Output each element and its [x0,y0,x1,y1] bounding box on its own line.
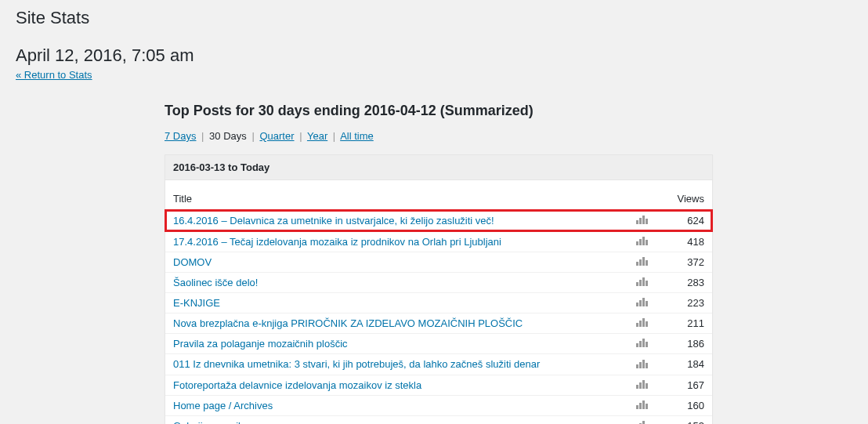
svg-rect-7 [646,240,648,245]
range-7days-link[interactable]: 7 Days [165,130,196,142]
table-row: Šaolinec išče delo!283 [165,273,712,293]
svg-rect-42 [642,421,645,424]
views-value: 186 [657,338,704,350]
range-alltime-link[interactable]: All time [340,130,374,142]
post-title-link[interactable]: DOMOV [173,256,212,268]
section-title: Top Posts for 30 days ending 2016-04-12 … [165,103,713,119]
post-title-link[interactable]: 17.4.2016 – Tečaj izdelovanja mozaika iz… [173,236,501,248]
svg-rect-2 [642,216,645,224]
svg-rect-3 [646,219,648,224]
svg-rect-12 [636,282,638,286]
bar-chart-icon[interactable] [635,419,648,424]
bar-chart-icon[interactable] [635,399,648,412]
svg-rect-38 [642,400,645,409]
table-header-row: Title Views [165,188,712,210]
table-row: Pravila za polaganje mozaičnih ploščic18… [165,334,712,354]
svg-rect-14 [642,277,645,286]
views-value: 372 [657,256,704,268]
bar-chart-icon[interactable] [635,296,648,310]
views-value: 223 [657,297,704,309]
views-value: 418 [657,236,704,248]
bar-chart-icon[interactable] [635,317,648,330]
page-title: Site Stats [16,8,852,28]
svg-rect-20 [636,323,638,327]
svg-rect-9 [639,259,642,266]
svg-rect-19 [646,301,648,306]
svg-rect-32 [636,385,638,389]
separator: | [201,130,204,142]
table-row: Home page / Archives160 [165,396,712,416]
table-row: E-KNJIGE223 [165,293,712,313]
post-title-link[interactable]: Home page / Archives [173,400,273,411]
table-row: 011 Iz dnevnika umetnika: 3 stvari, ki j… [165,354,712,375]
range-quarter-link[interactable]: Quarter [259,130,294,142]
separator: | [333,130,335,142]
post-title-link[interactable]: Nova brezplačna e-knjiga PRIROČNIK ZA IZ… [173,317,523,329]
svg-rect-15 [646,281,648,286]
svg-rect-18 [642,298,645,306]
column-header-views: Views [657,193,704,205]
column-header-icon-spacer [626,193,657,205]
svg-rect-27 [646,342,648,347]
table-row: Fotoreportaža delavnice izdelovanja moza… [165,375,712,396]
range-year-link[interactable]: Year [307,130,327,142]
bar-chart-icon[interactable] [635,337,648,350]
post-title-link[interactable]: Pravila za polaganje mozaičnih ploščic [173,338,348,350]
svg-rect-11 [646,260,648,266]
bar-chart-icon[interactable] [635,214,648,227]
svg-rect-21 [639,321,642,327]
page-container: Site Stats April 12, 2016, 7:05 am « Ret… [0,0,868,424]
post-title-link[interactable]: 011 Iz dnevnika umetnika: 3 stvari, ki j… [173,358,540,370]
post-title-link[interactable]: Fotoreportaža delavnice izdelovanja moza… [173,379,421,391]
timestamp-heading: April 12, 2016, 7:05 am [16,45,852,66]
views-value: 167 [657,379,704,391]
svg-rect-6 [642,237,645,245]
bar-chart-icon[interactable] [635,358,648,371]
svg-rect-24 [636,343,638,347]
post-title-link[interactable]: Šaolinec išče delo! [173,277,258,288]
range-30days-current: 30 Days [209,130,247,142]
bar-chart-icon[interactable] [635,235,648,248]
table-row: 17.4.2016 – Tečaj izdelovanja mozaika iz… [165,232,712,252]
bar-chart-icon[interactable] [635,255,648,269]
svg-rect-26 [642,339,645,347]
views-value: 624 [657,215,704,226]
bar-chart-icon[interactable] [635,379,648,392]
views-value: 153 [657,420,704,424]
content-area: Top Posts for 30 days ending 2016-04-12 … [165,103,713,424]
svg-rect-33 [639,382,642,389]
svg-rect-39 [646,404,648,409]
stats-box: 2016-03-13 to Today Title Views 16.4.201… [165,154,713,424]
svg-rect-1 [639,218,642,224]
bar-chart-icon[interactable] [635,276,648,289]
separator: | [251,130,254,142]
table-row: 16.4.2016 – Delavnica za umetnike in ust… [165,209,713,232]
svg-rect-28 [636,364,638,368]
svg-rect-8 [636,262,638,266]
stats-table: Title Views 16.4.2016 – Delavnica za ume… [165,180,712,424]
views-value: 283 [657,277,704,288]
svg-rect-22 [642,318,645,327]
table-row: Galerija mozaikov153 [165,416,712,424]
views-value: 160 [657,400,704,411]
svg-rect-25 [639,341,642,347]
date-range-header: 2016-03-13 to Today [165,155,712,180]
svg-rect-23 [646,321,648,327]
svg-rect-17 [639,300,642,306]
svg-rect-0 [636,220,638,224]
svg-rect-35 [646,383,648,389]
svg-rect-5 [639,239,642,245]
svg-rect-34 [642,380,645,389]
svg-rect-10 [642,257,645,266]
svg-rect-29 [639,362,642,368]
views-value: 184 [657,358,704,370]
svg-rect-30 [642,360,645,368]
svg-rect-36 [636,405,638,409]
svg-rect-4 [636,241,638,245]
separator: | [299,130,302,142]
return-to-stats-link[interactable]: « Return to Stats [16,69,92,81]
post-title-link[interactable]: Galerija mozaikov [173,420,254,424]
post-title-link[interactable]: E-KNJIGE [173,297,220,309]
table-row: DOMOV372 [165,252,712,273]
post-title-link[interactable]: 16.4.2016 – Delavnica za umetnike in ust… [173,215,494,226]
